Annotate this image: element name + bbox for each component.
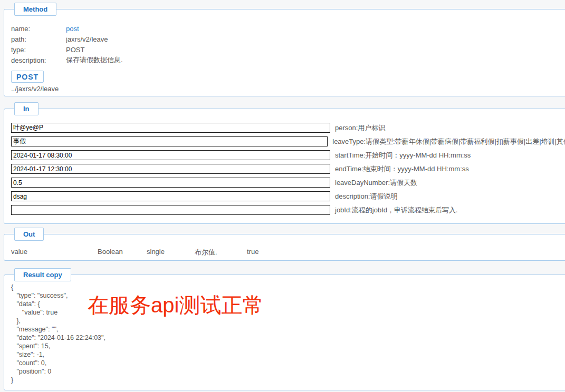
out-value-row: value Boolean single 布尔值. true — [4, 234, 565, 257]
job-id-input[interactable] — [11, 205, 330, 215]
person-param-label: person:用户标识 — [335, 123, 385, 133]
start-time-input[interactable] — [11, 150, 330, 160]
leave-day-number-input[interactable] — [11, 178, 330, 188]
out-field-type: Boolean — [98, 248, 147, 257]
in-row-leave-day-number: leaveDayNumber:请假天数 — [11, 178, 565, 188]
api-test-page: Method name: post path: jaxrs/v2/leave t… — [0, 0, 565, 392]
method-row-type: type: POST — [11, 44, 565, 55]
end-time-input[interactable] — [11, 164, 330, 174]
method-path-label: path: — [11, 35, 66, 43]
in-row-leave-type: leaveType:请假类型:带薪年休假|带薪病假|带薪福利假|扣薪事假|出差|… — [11, 136, 565, 146]
leave-day-number-param-label: leaveDayNumber:请假天数 — [335, 178, 417, 188]
method-description-value: 保存请假数据信息. — [66, 55, 123, 65]
post-submit-button[interactable]: POST — [11, 71, 44, 83]
request-path-text: ../jaxrs/v2/leave — [11, 85, 565, 93]
in-row-person: person:用户标识 — [11, 123, 565, 133]
method-path-value: jaxrs/v2/leave — [66, 35, 108, 43]
method-name-link[interactable]: post — [66, 25, 79, 33]
out-field-example: true — [247, 248, 258, 257]
person-input[interactable] — [11, 123, 330, 133]
description-input[interactable] — [11, 191, 330, 201]
job-id-param-label: jobId:流程的jobId，申诉流程结束后写入. — [335, 205, 458, 215]
method-row-path: path: jaxrs/v2/leave — [11, 34, 565, 44]
method-row-description: description: 保存请假数据信息. — [11, 55, 565, 65]
out-field-description: 布尔值. — [195, 248, 247, 257]
in-row-description: description:请假说明 — [11, 191, 565, 201]
method-section: Method name: post path: jaxrs/v2/leave t… — [4, 9, 565, 96]
out-field-name: value — [11, 248, 98, 257]
out-field-cardinality: single — [147, 248, 195, 257]
result-section-legend: Result copy — [14, 268, 71, 281]
start-time-param-label: startTime:开始时间：yyyy-MM-dd HH:mm:ss — [335, 151, 471, 160]
method-name-label: name: — [11, 25, 66, 33]
result-annotation-text: 在服务api测试正常 — [88, 291, 263, 320]
in-parameter-list: person:用户标识 leaveType:请假类型:带薪年休假|带薪病假|带薪… — [4, 109, 565, 215]
method-row-name: name: post — [11, 23, 565, 34]
in-row-job-id: jobId:流程的jobId，申诉流程结束后写入. — [11, 205, 565, 215]
out-section: Out value Boolean single 布尔值. true — [4, 234, 565, 261]
method-detail-list: name: post path: jaxrs/v2/leave type: PO… — [4, 9, 565, 65]
method-description-label: description: — [11, 56, 66, 64]
leave-type-param-label: leaveType:请假类型:带薪年休假|带薪病假|带薪福利假|扣薪事假|出差|… — [332, 137, 565, 146]
in-section: In person:用户标识 leaveType:请假类型:带薪年休假|带薪病假… — [4, 109, 565, 224]
out-section-legend: Out — [14, 228, 44, 241]
method-type-value: POST — [66, 46, 84, 54]
in-row-end-time: endTime:结束时间：yyyy-MM-dd HH:mm:ss — [11, 164, 565, 174]
end-time-param-label: endTime:结束时间：yyyy-MM-dd HH:mm:ss — [335, 164, 469, 174]
description-param-label: description:请假说明 — [335, 192, 397, 201]
in-row-start-time: startTime:开始时间：yyyy-MM-dd HH:mm:ss — [11, 150, 565, 160]
in-section-legend: In — [14, 102, 39, 115]
leave-type-input[interactable] — [11, 136, 328, 146]
method-type-label: type: — [11, 46, 66, 54]
method-section-legend: Method — [14, 3, 56, 16]
